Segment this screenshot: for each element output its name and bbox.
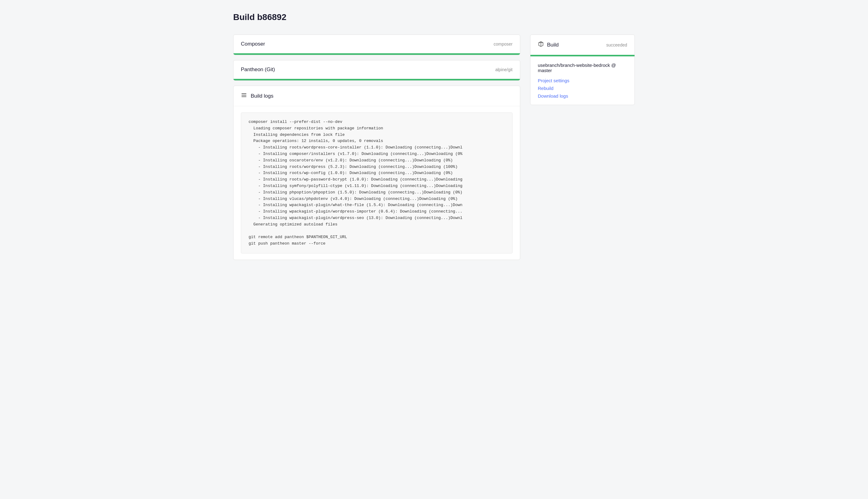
progress-bar-pantheon-git — [233, 79, 520, 81]
build-card-body: usebranch/branch-website-bedrock @ maste… — [530, 56, 635, 105]
build-card-header: Build succeeded — [530, 35, 635, 55]
step-card-pantheon-git: Pantheon (Git) alpine/git — [233, 60, 520, 81]
logs-header: Build logs — [233, 86, 520, 106]
progress-fill-pantheon-git — [233, 79, 520, 81]
left-column: Composer composer Pantheon (Git) alpine/… — [233, 35, 520, 260]
step-header-pantheon-git: Pantheon (Git) alpine/git — [233, 60, 520, 79]
log-terminal: composer install --prefer-dist --no-dev … — [241, 112, 513, 254]
page-title: Build b86892 — [233, 12, 635, 22]
step-header-composer: Composer composer — [233, 35, 520, 53]
step-image-pantheon-git: alpine/git — [495, 67, 513, 72]
build-icon — [538, 41, 544, 49]
progress-bar-composer — [233, 53, 520, 55]
build-links: Project settings Rebuild Download logs — [538, 78, 627, 99]
build-status: succeeded — [606, 42, 627, 47]
build-title-row: Build — [538, 41, 559, 49]
step-image-composer: composer — [494, 41, 513, 47]
project-settings-link[interactable]: Project settings — [538, 78, 627, 83]
build-card: Build succeeded usebranch/branch-website… — [530, 35, 635, 105]
main-layout: Composer composer Pantheon (Git) alpine/… — [233, 35, 635, 260]
step-name-pantheon-git: Pantheon (Git) — [241, 66, 275, 73]
step-card-composer: Composer composer — [233, 35, 520, 55]
right-column: Build succeeded usebranch/branch-website… — [530, 35, 635, 105]
build-card-title: Build — [547, 42, 559, 48]
download-logs-link[interactable]: Download logs — [538, 93, 627, 99]
progress-fill-composer — [233, 53, 520, 55]
logs-card: Build logs composer install --prefer-dis… — [233, 86, 520, 260]
rebuild-link[interactable]: Rebuild — [538, 86, 627, 91]
logs-title: Build logs — [251, 93, 273, 99]
list-icon — [241, 92, 247, 100]
build-repo-info: usebranch/branch-website-bedrock @ maste… — [538, 62, 627, 73]
step-name-composer: Composer — [241, 41, 265, 47]
logs-content: composer install --prefer-dist --no-dev … — [233, 106, 520, 260]
